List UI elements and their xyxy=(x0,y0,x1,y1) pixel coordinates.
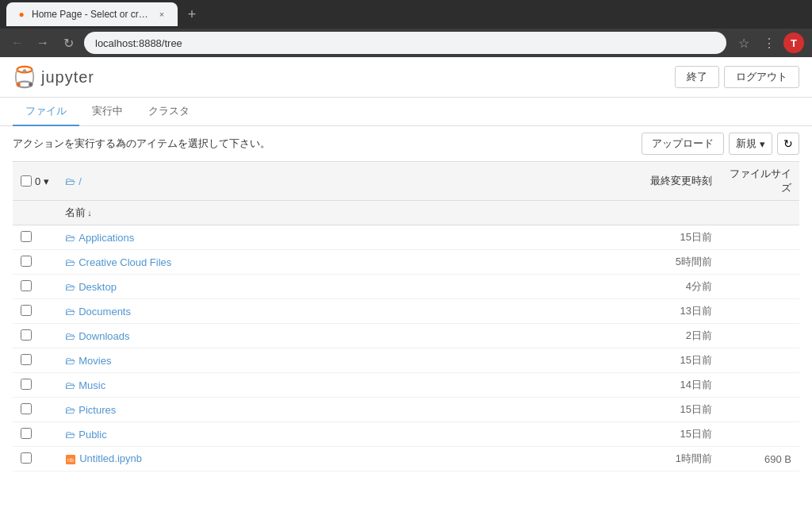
tab-files[interactable]: ファイル xyxy=(13,98,79,126)
file-link[interactable]: Documents xyxy=(79,306,131,318)
row-date-cell: 14日前 xyxy=(609,373,720,398)
date-column-header[interactable]: 最終変更時刻 xyxy=(609,162,720,201)
svg-point-2 xyxy=(17,83,21,87)
tab-running[interactable]: 実行中 xyxy=(79,98,136,126)
row-name-cell: 🗁Movies xyxy=(57,348,609,373)
file-link[interactable]: Desktop xyxy=(79,281,117,293)
toolbar-actions: アップロード 新規 ▾ ↻ xyxy=(642,133,799,155)
row-checkbox[interactable] xyxy=(21,379,32,390)
row-size-cell xyxy=(720,373,799,398)
row-date-cell: 15日前 xyxy=(609,348,720,373)
file-link[interactable]: Untitled.ipynb xyxy=(79,452,142,464)
tab-bar: ● Home Page - Select or create = × + xyxy=(6,2,203,26)
address-input[interactable]: localhost:8888/tree xyxy=(84,32,726,54)
jupyter-logo-text: jupyter xyxy=(41,68,94,87)
row-checkbox-cell xyxy=(13,275,57,299)
file-table-body: 🗁Applications15日前🗁Creative Cloud Files5時… xyxy=(13,225,799,471)
active-tab[interactable]: ● Home Page - Select or create = × xyxy=(6,2,178,26)
row-checkbox[interactable] xyxy=(21,428,32,439)
empty-th-1 xyxy=(13,201,57,225)
new-label: 新規 xyxy=(736,137,756,151)
file-link[interactable]: Applications xyxy=(79,232,134,244)
logout-button[interactable]: ログアウト xyxy=(724,66,799,88)
bookmark-icon[interactable]: ☆ xyxy=(733,32,755,54)
row-checkbox-cell xyxy=(13,422,57,447)
table-row: 🗁Desktop4分前 xyxy=(13,275,799,299)
folder-icon: 🗁 xyxy=(65,404,75,416)
toolbar-message: アクションを実行する為のアイテムを選択して下さい。 xyxy=(13,137,270,151)
name-sort-row: 名前 ↓ xyxy=(13,201,799,225)
name-sort-header[interactable]: 名前 ↓ xyxy=(57,201,609,225)
back-button[interactable]: ← xyxy=(8,33,27,52)
breadcrumb-folder-icon: 🗁 xyxy=(65,175,75,187)
name-column-header[interactable]: 🗁 / xyxy=(57,162,609,201)
tab-clusters[interactable]: クラスタ xyxy=(136,98,202,126)
forward-button[interactable]: → xyxy=(33,33,52,52)
file-link[interactable]: Movies xyxy=(79,355,111,367)
svg-point-4 xyxy=(29,83,33,87)
row-checkbox[interactable] xyxy=(21,354,32,365)
row-date-cell: 15日前 xyxy=(609,225,720,250)
select-all-header[interactable]: 0 ▾ xyxy=(13,162,57,201)
row-checkbox[interactable] xyxy=(21,403,32,414)
row-name-cell: 🗁Documents xyxy=(57,299,609,324)
row-name-cell: 🗁Public xyxy=(57,422,609,447)
file-link[interactable]: Downloads xyxy=(79,330,129,342)
select-count: 0 xyxy=(35,175,40,187)
row-date-cell: 1時間前 xyxy=(609,447,720,471)
empty-th-2 xyxy=(609,201,720,225)
folder-icon: 🗁 xyxy=(65,355,75,367)
row-size-cell xyxy=(720,422,799,447)
row-size-cell xyxy=(720,324,799,348)
row-size-cell xyxy=(720,275,799,299)
jupyter-logo-svg xyxy=(13,65,36,89)
file-link[interactable]: Public xyxy=(79,429,106,441)
menu-icon[interactable]: ⋮ xyxy=(758,32,780,54)
row-checkbox-cell xyxy=(13,299,57,324)
table-row: 🗁Applications15日前 xyxy=(13,225,799,250)
row-checkbox-cell xyxy=(13,398,57,422)
row-size-cell xyxy=(720,348,799,373)
row-date-cell: 15日前 xyxy=(609,422,720,447)
url-text: localhost:8888/tree xyxy=(95,37,182,49)
table-row: 🗁Public15日前 xyxy=(13,422,799,447)
row-checkbox[interactable] xyxy=(21,231,32,242)
row-name-cell: 🗁Pictures xyxy=(57,398,609,422)
folder-icon: 🗁 xyxy=(65,256,75,268)
notebook-icon: nb xyxy=(65,452,76,464)
empty-th-3 xyxy=(720,201,799,225)
row-size-cell xyxy=(720,398,799,422)
address-icons: ☆ ⋮ T xyxy=(733,32,804,54)
table-row: 🗁Creative Cloud Files5時間前 xyxy=(13,250,799,275)
reload-button[interactable]: ↻ xyxy=(59,33,78,52)
row-checkbox[interactable] xyxy=(21,329,32,341)
table-row: 🗁Documents13日前 xyxy=(13,299,799,324)
row-checkbox[interactable] xyxy=(21,305,32,316)
row-date-cell: 5時間前 xyxy=(609,250,720,275)
size-col-label: ファイルサイズ xyxy=(730,167,791,194)
tab-close-button[interactable]: × xyxy=(155,8,168,21)
size-column-header[interactable]: ファイルサイズ xyxy=(720,162,799,201)
new-button[interactable]: 新規 ▾ xyxy=(729,133,772,155)
file-link[interactable]: Creative Cloud Files xyxy=(79,256,171,268)
breadcrumb-path[interactable]: / xyxy=(79,175,82,187)
select-dropdown-icon[interactable]: ▾ xyxy=(44,175,49,187)
address-bar: ← → ↻ localhost:8888/tree ☆ ⋮ T xyxy=(0,29,812,57)
new-tab-button[interactable]: + xyxy=(181,3,203,25)
file-link[interactable]: Music xyxy=(79,379,105,391)
row-checkbox[interactable] xyxy=(21,256,32,267)
row-checkbox[interactable] xyxy=(21,280,32,291)
table-header-row: 0 ▾ 🗁 / 最終変更時刻 ファイルサイズ xyxy=(13,162,799,201)
file-link[interactable]: Pictures xyxy=(79,404,116,416)
browser-chrome: ● Home Page - Select or create = × + xyxy=(0,0,812,29)
upload-button[interactable]: アップロード xyxy=(642,133,724,155)
row-checkbox[interactable] xyxy=(21,452,32,464)
refresh-icon: ↻ xyxy=(783,137,793,150)
jupyter-logo: jupyter xyxy=(13,65,94,89)
quit-button[interactable]: 終了 xyxy=(675,66,719,88)
folder-icon: 🗁 xyxy=(65,330,75,342)
refresh-button[interactable]: ↻ xyxy=(777,133,799,155)
user-avatar[interactable]: T xyxy=(783,33,804,53)
select-all-checkbox[interactable] xyxy=(21,175,32,187)
row-checkbox-cell xyxy=(13,324,57,348)
